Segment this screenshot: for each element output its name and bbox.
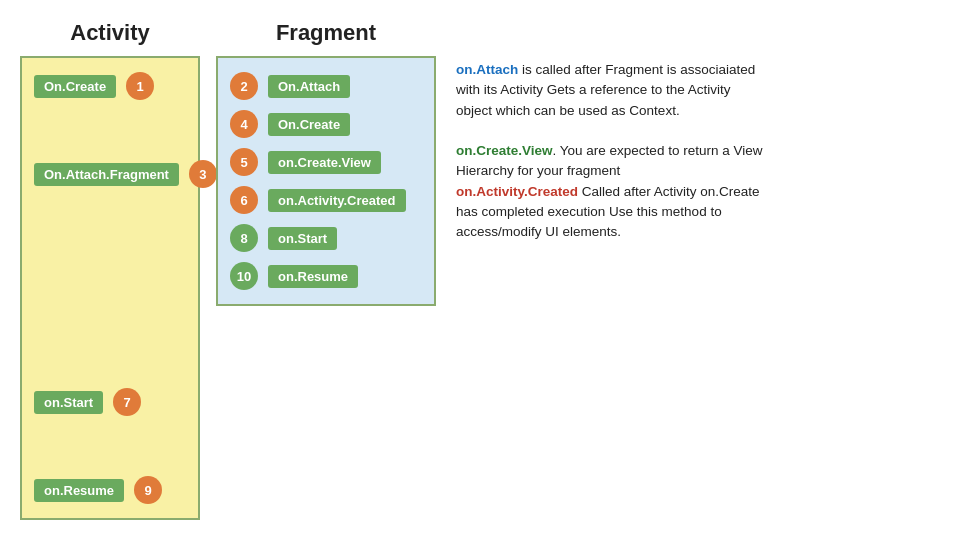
fragment-row-oncreate: 4 On.Create [230, 110, 422, 138]
fragment-row-onattach: 2 On.Attach [230, 72, 422, 100]
activity-title: Activity [70, 20, 149, 46]
activity-onstart-badge: 7 [113, 388, 141, 416]
activity-onstart-label: on.Start [34, 391, 103, 414]
fragment-onstart-badge: 8 [230, 224, 258, 252]
fragment-oncreateview-label: on.Create.View [268, 151, 381, 174]
fragment-onactivitycreated-badge: 6 [230, 186, 258, 214]
activity-onresume-label: on.Resume [34, 479, 124, 502]
fragment-box: 2 On.Attach 4 On.Create 5 on.Create.View… [216, 56, 436, 306]
fragment-oncreate-label: On.Create [268, 113, 350, 136]
activity-row-oncreate: On.Create 1 [34, 72, 186, 100]
fragment-row-oncreateview: 5 on.Create.View [230, 148, 422, 176]
fragment-onstart-label: on.Start [268, 227, 337, 250]
activity-box: On.Create 1 On.Attach.Fragment 3 on.Star… [20, 56, 200, 520]
activity-row-onstart: on.Start 7 [34, 388, 186, 416]
fragment-onresume-label: on.Resume [268, 265, 358, 288]
activity-row-onattachfragment: On.Attach.Fragment 3 [34, 160, 186, 188]
description-oncreateview-highlight: on.Create.View [456, 143, 553, 158]
activity-onattachfragment-label: On.Attach.Fragment [34, 163, 179, 186]
fragment-onresume-badge: 10 [230, 262, 258, 290]
fragment-row-onstart: 8 on.Start [230, 224, 422, 252]
fragment-row-onactivitycreated: 6 on.Activity.Created [230, 186, 422, 214]
fragment-onattach-label: On.Attach [268, 75, 350, 98]
fragment-onactivitycreated-label: on.Activity.Created [268, 189, 406, 212]
fragment-title: Fragment [276, 20, 376, 46]
columns-wrapper: Activity On.Create 1 On.Attach.Fragment … [20, 20, 436, 520]
description-onattach-highlight: on.Attach [456, 62, 518, 77]
activity-spacer [34, 248, 186, 328]
activity-onattachfragment-badge: 3 [189, 160, 217, 188]
activity-row-onresume: on.Resume 9 [34, 476, 186, 504]
fragment-oncreate-badge: 4 [230, 110, 258, 138]
description-onactivitycreated-highlight: on.Activity.Created [456, 184, 578, 199]
activity-oncreate-label: On.Create [34, 75, 116, 98]
activity-oncreate-badge: 1 [126, 72, 154, 100]
fragment-row-onresume: 10 on.Resume [230, 262, 422, 290]
fragment-oncreateview-badge: 5 [230, 148, 258, 176]
fragment-onattach-badge: 2 [230, 72, 258, 100]
fragment-section: Fragment 2 On.Attach 4 On.Create 5 on.Cr… [216, 20, 436, 306]
activity-onresume-badge: 9 [134, 476, 162, 504]
description-panel: on.Attach is called after Fragment is as… [456, 20, 766, 242]
activity-section: Activity On.Create 1 On.Attach.Fragment … [20, 20, 200, 520]
